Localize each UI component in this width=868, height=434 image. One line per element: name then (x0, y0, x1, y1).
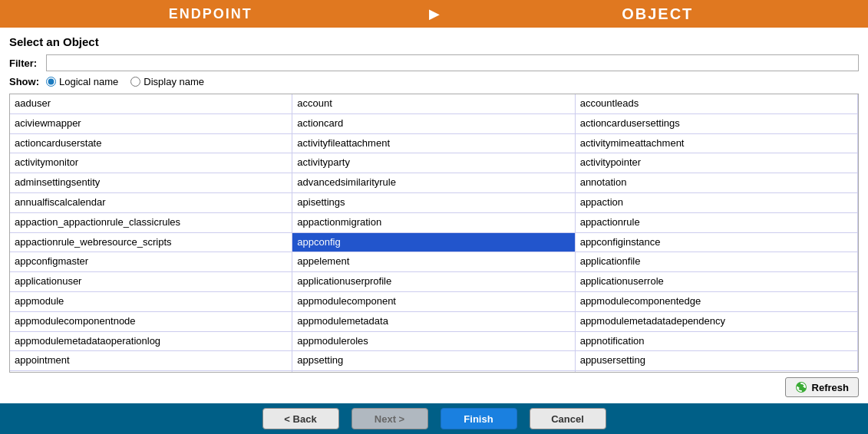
list-item[interactable]: account (292, 94, 575, 114)
object-list[interactable]: aaduseraccountaccountleadsaciviewmappera… (9, 94, 859, 373)
list-item[interactable]: appmodulecomponent (292, 292, 575, 312)
list-item[interactable]: actioncard (292, 114, 575, 134)
header-endpoint: ENDPOINT (0, 6, 421, 22)
list-item[interactable]: appconfig (292, 233, 575, 253)
list-item[interactable]: appactionrule_webresource_scripts (10, 233, 292, 253)
list-item[interactable]: activityfileattachment (292, 134, 575, 154)
list-item[interactable]: applicationuserprofile (292, 272, 575, 292)
filter-input[interactable] (46, 54, 859, 71)
list-item[interactable]: actioncarduserstate (10, 134, 292, 154)
list-item[interactable]: appactionrule (576, 213, 858, 233)
list-item[interactable]: activitymonitor (10, 153, 292, 173)
list-item[interactable]: appmodulemetadatadependency (576, 312, 858, 332)
list-item[interactable]: annotation (576, 173, 858, 193)
list-item[interactable]: appmodulemetadataoperationlog (10, 332, 292, 352)
list-item[interactable]: appusersetting (576, 351, 858, 371)
list-item[interactable]: appmodulecomponentnode (10, 312, 292, 332)
list-item[interactable]: annualfiscalcalendar (10, 193, 292, 213)
refresh-icon (795, 381, 807, 393)
list-item[interactable]: attachment (292, 371, 575, 373)
list-item[interactable]: appmodulecomponentedge (576, 292, 858, 312)
refresh-label: Refresh (812, 382, 849, 393)
header-arrow-icon: ▶ (421, 5, 447, 22)
list-item[interactable]: aaduser (10, 94, 292, 114)
list-item[interactable]: apisettings (292, 193, 575, 213)
cancel-button[interactable]: Cancel (530, 408, 606, 429)
list-item[interactable]: appnotification (576, 332, 858, 352)
refresh-row: Refresh (9, 373, 859, 399)
list-item[interactable]: appconfigmaster (10, 252, 292, 272)
list-item[interactable]: appconfiginstance (576, 233, 858, 253)
list-item[interactable]: appaction (576, 193, 858, 213)
list-item[interactable]: activitymimeattachment (576, 134, 858, 154)
radio-display-name[interactable]: Display name (130, 76, 204, 87)
header-object: OBJECT (447, 5, 869, 23)
content-area: Select an Object Filter: Show: Logical n… (0, 28, 868, 403)
next-button[interactable]: Next > (351, 408, 428, 429)
list-item[interactable]: activityparty (292, 153, 575, 173)
list-item[interactable]: adminsettingsentity (10, 173, 292, 193)
list-item[interactable]: applicationuserrole (576, 272, 858, 292)
radio-display-label: Display name (144, 76, 204, 87)
list-item[interactable]: attribute (576, 371, 858, 373)
show-row: Show: Logical name Display name (9, 76, 859, 87)
finish-button[interactable]: Finish (441, 408, 517, 429)
list-item[interactable]: appaction_appactionrule_classicrules (10, 213, 292, 233)
list-item[interactable]: activitypointer (576, 153, 858, 173)
page-title: Select an Object (9, 35, 859, 48)
radio-logical-name[interactable]: Logical name (46, 76, 118, 87)
list-item[interactable]: appelement (292, 252, 575, 272)
footer: < Back Next > Finish Cancel (0, 403, 868, 434)
list-item[interactable]: accountleads (576, 94, 858, 114)
list-grid: aaduseraccountaccountleadsaciviewmappera… (10, 94, 858, 373)
refresh-button[interactable]: Refresh (785, 377, 859, 397)
list-item[interactable]: appointment (10, 351, 292, 371)
header: ENDPOINT ▶ OBJECT (0, 0, 868, 28)
list-item[interactable]: actioncardusersettings (576, 114, 858, 134)
show-label: Show: (9, 76, 40, 87)
list-item[interactable]: appmodule (10, 292, 292, 312)
filter-label: Filter: (9, 58, 40, 69)
list-item[interactable]: appmodulemetadata (292, 312, 575, 332)
list-item[interactable]: appactionmigration (292, 213, 575, 233)
list-item[interactable]: appmoduleroles (292, 332, 575, 352)
list-item[interactable]: advancedsimilarityrule (292, 173, 575, 193)
back-button[interactable]: < Back (262, 408, 339, 429)
list-item[interactable]: asyncoperation (10, 371, 292, 373)
list-item[interactable]: applicationfile (576, 252, 858, 272)
filter-row: Filter: (9, 54, 859, 71)
list-item[interactable]: applicationuser (10, 272, 292, 292)
list-item[interactable]: aciviewmapper (10, 114, 292, 134)
list-item[interactable]: appsetting (292, 351, 575, 371)
radio-logical-label: Logical name (59, 76, 118, 87)
